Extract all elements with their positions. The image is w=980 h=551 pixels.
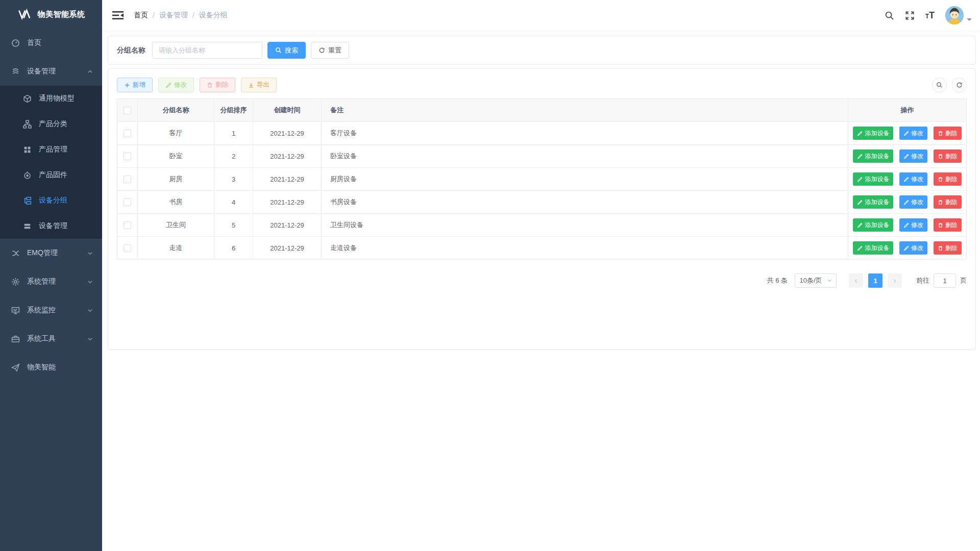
row-checkbox[interactable] — [124, 198, 131, 206]
row-checkbox[interactable] — [124, 176, 131, 183]
sidebar-item-system-monitor[interactable]: 系统监控 — [0, 296, 102, 324]
cell-actions: 添加设备 修改 删除 — [848, 122, 967, 145]
sidebar-toggle-icon[interactable] — [112, 11, 124, 20]
reset-button[interactable]: 重置 — [311, 42, 349, 59]
row-delete-button[interactable]: 删除 — [934, 195, 962, 209]
cell-group-order: 1 — [214, 122, 253, 145]
page-unit-label: 页 — [960, 276, 967, 285]
cell-actions: 添加设备 修改 删除 — [848, 237, 967, 260]
table-row: 卧室 2 2021-12-29 卧室设备 添加设备 修改 删除 — [117, 145, 967, 168]
avatar[interactable] — [945, 6, 964, 24]
sidebar-item-label: 通用物模型 — [39, 94, 75, 103]
row-edit-button[interactable]: 修改 — [899, 149, 927, 163]
export-button[interactable]: 导出 — [241, 78, 277, 92]
prev-page-button[interactable]: ‹ — [849, 273, 863, 288]
cell-remark: 走道设备 — [322, 237, 848, 260]
row-checkbox[interactable] — [124, 153, 131, 160]
sidebar-item-home[interactable]: 首页 — [0, 29, 102, 57]
add-device-button[interactable]: 添加设备 — [853, 127, 893, 140]
firmware-icon — [23, 171, 32, 180]
breadcrumb-home[interactable]: 首页 — [134, 11, 148, 20]
add-device-button[interactable]: 添加设备 — [853, 172, 893, 186]
table-row: 书房 4 2021-12-29 书房设备 添加设备 修改 删除 — [117, 191, 967, 214]
sidebar-item-label: 系统监控 — [27, 306, 56, 315]
add-device-button[interactable]: 添加设备 — [853, 218, 893, 232]
add-button[interactable]: 新增 — [117, 78, 153, 92]
row-delete-button[interactable]: 删除 — [934, 127, 962, 140]
sidebar-item-device-mgmt[interactable]: 设备管理 — [0, 57, 102, 86]
sidebar-item-system-mgmt[interactable]: 系统管理 — [0, 267, 102, 296]
trash-icon — [207, 82, 213, 88]
refresh-table-button[interactable] — [952, 78, 967, 92]
cell-group-name: 客厅 — [138, 122, 214, 145]
sidebar-item-label: 产品管理 — [39, 145, 67, 154]
app-logo[interactable]: 物美智能系统 — [0, 0, 102, 29]
row-delete-button[interactable]: 删除 — [934, 218, 962, 232]
sidebar-item-device-group[interactable]: 设备分组 — [0, 188, 102, 213]
grid-icon — [23, 145, 32, 154]
group-name-input[interactable] — [152, 42, 262, 59]
search-button[interactable]: 搜索 — [267, 42, 306, 59]
row-checkbox[interactable] — [124, 130, 131, 137]
sidebar-item-wumei[interactable]: 物美智能 — [0, 353, 102, 382]
sidebar-item-thing-model[interactable]: 通用物模型 — [0, 86, 102, 111]
user-menu[interactable] — [945, 6, 972, 24]
sidebar-item-product-mgmt[interactable]: 产品管理 — [0, 137, 102, 162]
fullscreen-icon[interactable] — [905, 11, 915, 20]
trash-icon — [938, 154, 943, 159]
cell-actions: 添加设备 修改 删除 — [848, 191, 967, 214]
row-delete-button[interactable]: 删除 — [934, 149, 962, 163]
table-header-row: 分组名称 分组排序 创建时间 备注 操作 — [117, 99, 967, 122]
monitor-icon — [11, 306, 20, 315]
header-remark: 备注 — [322, 99, 848, 122]
pencil-icon — [903, 199, 909, 205]
select-all-checkbox[interactable] — [124, 107, 131, 114]
header-actions: 操作 — [848, 99, 967, 122]
toggle-search-button[interactable] — [932, 78, 947, 92]
row-edit-button[interactable]: 修改 — [899, 241, 927, 255]
current-page-button[interactable]: 1 — [868, 273, 883, 288]
add-device-button[interactable]: 添加设备 — [853, 195, 893, 209]
row-edit-button[interactable]: 修改 — [899, 172, 927, 186]
header-search-icon[interactable] — [885, 11, 894, 20]
goto-page-input[interactable] — [934, 273, 956, 288]
sidebar-item-label: EMQ管理 — [27, 248, 58, 258]
row-checkbox[interactable] — [124, 244, 131, 252]
font-size-icon[interactable]: TT — [925, 11, 935, 20]
trash-icon — [938, 245, 943, 251]
add-device-button[interactable]: 添加设备 — [853, 241, 893, 255]
header-group-order: 分组排序 — [214, 99, 253, 122]
pencil-icon — [857, 199, 863, 205]
sidebar-item-label: 设备管理 — [27, 67, 56, 76]
pencil-icon — [903, 177, 909, 182]
cell-actions: 添加设备 修改 删除 — [848, 168, 967, 191]
row-delete-button[interactable]: 删除 — [934, 241, 962, 255]
next-page-button[interactable]: › — [888, 273, 902, 288]
paper-plane-icon — [11, 363, 20, 372]
sidebar-item-product-firmware[interactable]: 产品固件 — [0, 162, 102, 188]
page-size-select[interactable]: 10条/页 — [795, 273, 837, 288]
sidebar-item-emq[interactable]: EMQ管理 — [0, 239, 102, 267]
row-edit-button[interactable]: 修改 — [899, 195, 927, 209]
table-utils — [932, 78, 967, 92]
row-delete-button[interactable]: 删除 — [934, 172, 962, 186]
header-group-name: 分组名称 — [138, 99, 214, 122]
cell-group-order: 5 — [214, 214, 253, 237]
delete-button[interactable]: 删除 — [200, 78, 235, 92]
cell-created: 2021-12-29 — [253, 237, 322, 260]
row-checkbox[interactable] — [124, 221, 131, 229]
sidebar-item-system-tools[interactable]: 系统工具 — [0, 324, 102, 353]
sidebar-item-device-mgmt-sub[interactable]: 设备管理 — [0, 213, 102, 239]
pencil-icon — [903, 131, 909, 136]
cell-group-name: 卧室 — [138, 145, 214, 168]
pencil-icon — [165, 82, 172, 88]
edit-button[interactable]: 修改 — [158, 78, 194, 92]
sidebar-item-label: 设备分组 — [39, 196, 67, 205]
row-edit-button[interactable]: 修改 — [899, 127, 927, 140]
sidebar-item-product-category[interactable]: 产品分类 — [0, 111, 102, 137]
goto-page: 前往 页 — [916, 273, 967, 288]
row-edit-button[interactable]: 修改 — [899, 218, 927, 232]
add-device-button[interactable]: 添加设备 — [853, 149, 893, 163]
goto-label: 前往 — [916, 276, 929, 285]
trash-icon — [938, 199, 943, 205]
